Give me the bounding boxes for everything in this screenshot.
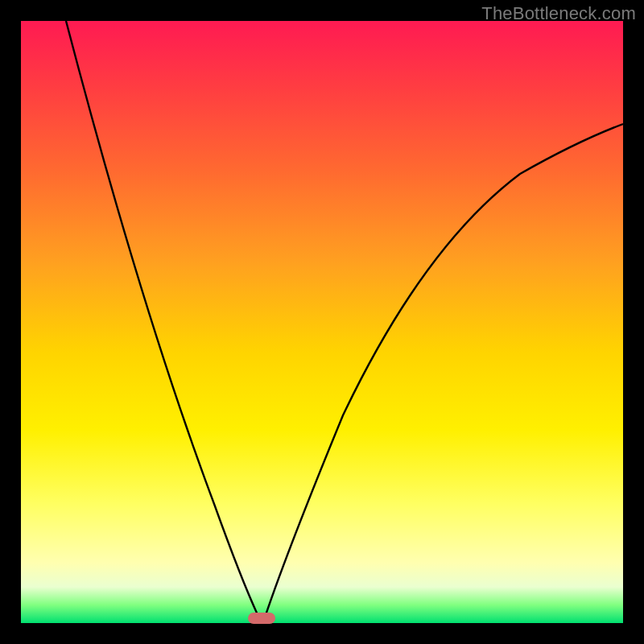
plot-area xyxy=(21,21,623,623)
watermark-text: TheBottleneck.com xyxy=(481,3,636,24)
optimum-marker xyxy=(248,613,275,624)
bottleneck-curve xyxy=(21,21,623,623)
chart-frame: TheBottleneck.com xyxy=(0,0,644,644)
